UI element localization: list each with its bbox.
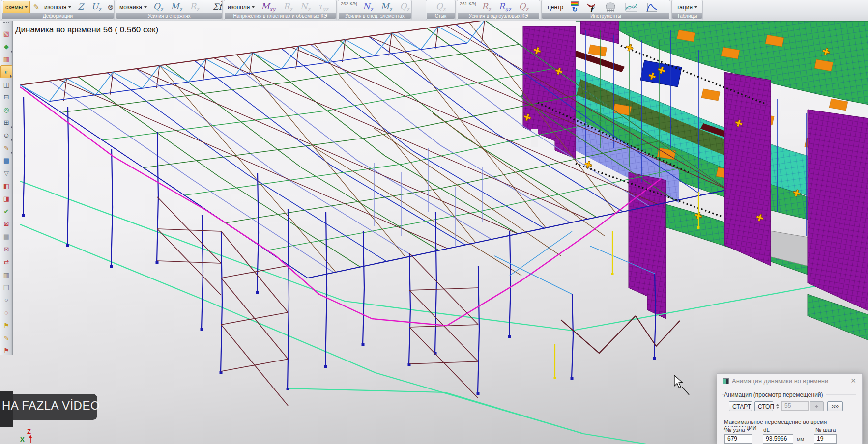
toolbar-grip[interactable]	[3, 22, 9, 27]
special-elements-caption: 262 КЭ)	[341, 1, 357, 6]
group-label-tools: Инструменты	[542, 13, 669, 19]
graph-button[interactable]	[622, 1, 639, 13]
brush-icon[interactable]: ✎	[0, 141, 12, 154]
nz-special-button[interactable]: Nz	[359, 1, 376, 13]
stop-button[interactable]: СТОП	[754, 401, 773, 411]
isofields-dropdown[interactable]: изополя	[42, 1, 73, 13]
ribbon-group-single-node: 261 КЭ) Rz Ruz Qz Усилия в одноузловых К…	[457, 0, 540, 20]
graph-lines-icon	[624, 1, 637, 13]
pencil-icon: ✎	[33, 3, 39, 11]
chevron-down-icon	[25, 6, 28, 8]
group-label-plate-stresses: Напряжения в пластинах и объемных КЭ	[225, 13, 336, 19]
isofields2-dropdown[interactable]: изополя	[226, 1, 257, 13]
mz-button[interactable]: Mz	[167, 1, 185, 13]
single-node-caption: 261 КЭ)	[460, 1, 476, 6]
zoom-select-icon[interactable]: ◌	[0, 306, 12, 319]
mxy-button[interactable]: Mxy	[258, 1, 279, 13]
mosaic-dropdown[interactable]: мозаика	[117, 1, 149, 13]
dl-field[interactable]: 93.5966	[763, 434, 793, 444]
left-toolbar: ▧◆▦◐◫⊟◎⊞⊜✎▤▽◧◨✔⊠▦⊠⇄▥▤○◌⚑✎⚑	[0, 21, 13, 355]
rz-node-button[interactable]: Rz	[478, 1, 494, 13]
step-number-field[interactable]: 19	[814, 434, 837, 444]
red-frame-icon[interactable]: ▦	[0, 53, 12, 66]
refresh-icon: ↻	[572, 6, 578, 13]
video-overlay-label: HA FAZLA VİDEO	[2, 399, 100, 413]
target-icon[interactable]: ◎	[0, 104, 12, 116]
red-x-grid-icon[interactable]: ⊠	[0, 243, 12, 256]
axis-z-label: Z	[27, 428, 31, 435]
flip-left-icon[interactable]: ◧	[0, 180, 12, 193]
frame-spinner[interactable]	[774, 401, 781, 411]
group-label-deformations: Деформации	[2, 13, 114, 19]
group-label-bar-forces: Усилия в стержнях	[116, 13, 222, 19]
flip-right-icon[interactable]: ◨	[0, 192, 12, 205]
ribbon-group-joint: Qz Стык	[426, 0, 456, 20]
delete-grid-icon[interactable]: ⊠	[0, 218, 12, 230]
app-window: схемы ✎ изополя Z Uz ⊗ Деформации мозаик…	[0, 0, 868, 444]
rz2-button-disabled: Rz	[280, 1, 295, 13]
qz-node-button[interactable]: Qz	[515, 1, 531, 13]
nza-button-disabled: Naz	[333, 1, 336, 13]
palette-refresh-button[interactable]: ↻	[569, 1, 580, 13]
swap-arrows-icon[interactable]: ⇄	[0, 255, 12, 268]
rz-button-disabled: Rz	[186, 1, 202, 13]
close-icon[interactable]: ✕	[850, 377, 856, 385]
table-cols-icon[interactable]: ▤	[0, 281, 12, 294]
dl-unit-label: мм	[797, 436, 806, 442]
step-number-label: № шага	[815, 427, 838, 433]
flashlight-icon[interactable]: ⚑	[0, 319, 12, 332]
chevron-right-icon	[10, 75, 12, 78]
plus-button[interactable]: +	[810, 401, 824, 411]
red-flag-icon[interactable]: ⚑	[0, 344, 12, 357]
sphere-button[interactable]: ⊗	[106, 1, 114, 13]
ribbon: схемы ✎ изополя Z Uz ⊗ Деформации мозаик…	[0, 0, 868, 21]
yellow-pencil-icon[interactable]: ✎	[0, 332, 12, 344]
node-number-field[interactable]: 679	[724, 434, 752, 444]
schemes-dropdown[interactable]: схемы	[3, 1, 30, 14]
sphere-view-icon[interactable]: ◐	[0, 65, 12, 78]
group-label-single-node: Усилия в одноузловых КЭ	[458, 13, 539, 19]
graffiti-button[interactable]: f	[584, 1, 599, 13]
zoom-icon[interactable]: ○	[0, 294, 12, 306]
animation-dialog: Анимация динамики во времени ✕ Анимация …	[717, 373, 863, 444]
table-rows-icon[interactable]: ▥	[0, 268, 12, 281]
poly-selection-icon[interactable]: ◆	[0, 40, 12, 53]
dialog-title: Анимация динамики во времени	[732, 377, 828, 385]
axes-triad: Z X	[18, 428, 39, 444]
group-label-special-elements: Усилия в спец. элементах	[339, 13, 411, 19]
green-check-icon[interactable]: ✔	[0, 205, 12, 218]
loads-button[interactable]	[602, 1, 619, 13]
ribbon-group-bar-forces: мозаика Qz Mz Rz Σf̄ Усилия в стержнях	[116, 0, 223, 20]
vertical-bars-icon[interactable]: ◫	[0, 78, 12, 91]
frame-number-field[interactable]: 55	[781, 401, 809, 411]
start-button[interactable]: СТАРТ	[729, 401, 752, 411]
video-suggestion-overlay[interactable]: HA FAZLA VİDEO	[0, 391, 113, 427]
peak-curve-icon	[645, 1, 658, 13]
ribbon-group-deformations: схемы ✎ изополя Z Uz ⊗ Деформации	[1, 0, 115, 20]
grid-icon[interactable]: ⊞	[0, 116, 12, 129]
sphere-icon: ⊗	[108, 3, 114, 11]
curve-button[interactable]	[643, 1, 660, 13]
center-button[interactable]: центр	[546, 1, 565, 13]
mz-special-button[interactable]: Mz	[377, 1, 395, 13]
nz-button-disabled: Nz	[297, 1, 314, 13]
pencil-button[interactable]: ✎	[31, 1, 41, 13]
displacement-z-button[interactable]: Z	[74, 1, 87, 13]
canvas-title: Динамика во времени 56 ( 0.560 сек)	[15, 25, 158, 35]
qz-button[interactable]: Qz	[150, 1, 166, 13]
displacement-uz-button[interactable]: Uz	[88, 1, 105, 13]
graffiti-f-icon: f	[586, 1, 597, 13]
fast-forward-button[interactable]: >>>	[827, 401, 843, 411]
sigma-f-button[interactable]: Σf̄	[209, 1, 222, 13]
ruz-node-button[interactable]: Ruz	[495, 1, 514, 13]
book-chart-icon[interactable]: ▤	[0, 154, 12, 167]
horizontal-bars-icon[interactable]: ⊟	[0, 91, 12, 104]
gray-grid-icon[interactable]: ▦	[0, 230, 12, 243]
chevron-down-icon	[252, 6, 255, 8]
documentation-dropdown[interactable]: тация	[675, 1, 699, 13]
fragment-selection-icon[interactable]: ▧	[0, 28, 12, 40]
tau-yz-button-disabled: τyz	[315, 1, 332, 13]
filter-funnel-icon[interactable]: ▽	[0, 167, 12, 180]
ef-circle-icon[interactable]: ⊜	[0, 129, 12, 141]
dl-label: dL	[763, 427, 772, 433]
